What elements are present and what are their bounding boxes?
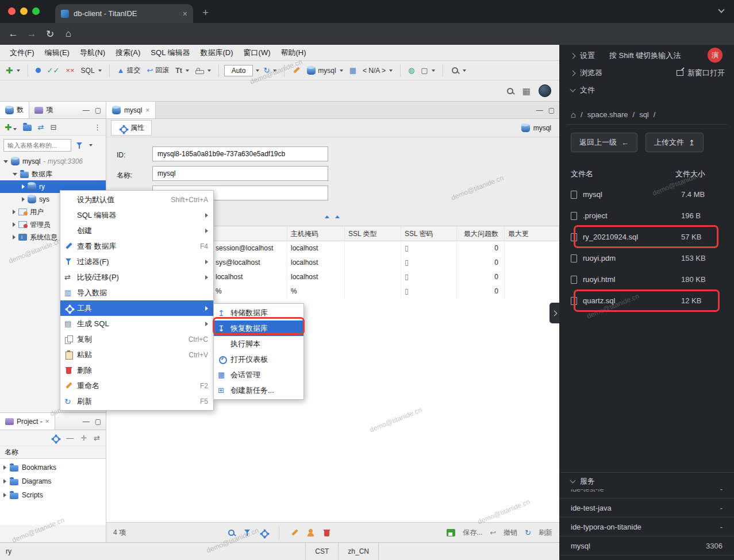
submenu-item-dump-database[interactable]: ↥ 转储数据库 [214, 305, 303, 320]
undo-icon[interactable]: ↩ [490, 529, 496, 536]
menu-item-generate-sql[interactable]: ▤ 生成 SQL [60, 316, 213, 331]
properties-tab[interactable]: 属性 [111, 120, 152, 136]
sync-selection-icon[interactable]: ⇄ [38, 123, 44, 132]
minimize-project-icon[interactable]: — [83, 418, 90, 426]
tree-node-databases[interactable]: 数据库 [0, 168, 106, 180]
menu-navigate[interactable]: 导航(N) [75, 48, 110, 58]
refresh-label[interactable]: 刷新 [539, 528, 552, 538]
sidebar-section-files[interactable]: 文件 [559, 82, 734, 99]
home-icon[interactable]: ⌂ [571, 110, 576, 119]
zoom-window-button[interactable] [32, 7, 40, 15]
menu-database[interactable]: 数据库(D) [195, 48, 239, 58]
window-layout-dropdown[interactable]: ▢ [418, 65, 437, 76]
commit-mode-icon[interactable]: ✓✓ [45, 65, 62, 76]
col-ssl-type[interactable]: SSL 类型 [345, 226, 401, 241]
menu-item-view-database[interactable]: 查看 数据库F4 [60, 238, 213, 254]
menu-item-copy[interactable]: 复制Ctrl+C [60, 331, 213, 347]
back-icon[interactable]: ← [6, 28, 21, 40]
collapse-all-icon[interactable]: ⊟ [50, 123, 56, 132]
rollback-mode-icon[interactable]: ×× [63, 65, 76, 76]
connection-pin-icon[interactable] [33, 66, 43, 75]
home-icon[interactable]: ⌂ [61, 28, 76, 40]
reload-icon[interactable]: ↻ [43, 28, 57, 40]
browser-tab[interactable]: db-client - TitanIDE × [55, 4, 193, 23]
open-new-window-button[interactable]: 新窗口打开 [677, 68, 725, 78]
menu-item-filter[interactable]: 过滤器(F) [60, 254, 213, 269]
file-row-ruoyi-html[interactable]: ruoyi.html180 KB [559, 269, 734, 290]
refresh-icon[interactable]: ↻ [525, 529, 531, 536]
menu-sql-editor[interactable]: SQL 编辑器 [145, 48, 195, 58]
table-filter-input[interactable] [3, 139, 71, 152]
minimize-panel-icon[interactable]: — [83, 106, 90, 114]
auto-commit-caret[interactable] [256, 69, 259, 72]
editor-tab-mysql[interactable]: mysql × [106, 102, 156, 118]
quick-search-icon[interactable] [506, 87, 514, 95]
project-item-diagrams[interactable]: Diagrams [0, 474, 106, 488]
transaction-mode-dropdown[interactable]: Tt [173, 65, 191, 76]
add-user-icon[interactable] [306, 528, 315, 537]
maximize-panel-icon[interactable]: ▢ [95, 106, 101, 114]
menu-file[interactable]: 文件(F) [5, 48, 40, 58]
edit-connection-icon[interactable] [290, 64, 303, 76]
rollback-button[interactable]: ↩回滚 [144, 64, 171, 77]
submenu-item-create-task[interactable]: ⊞ 创建新任务... [214, 383, 303, 398]
ime-badge[interactable]: 演 [708, 48, 723, 63]
filter-caret[interactable] [89, 144, 93, 146]
new-tab-button[interactable]: + [202, 6, 209, 19]
breadcrumb-sql[interactable]: sql [639, 110, 649, 119]
menu-item-paste[interactable]: 粘贴Ctrl+V [60, 347, 213, 362]
editor-tab-close-icon[interactable]: × [145, 106, 149, 114]
perspective-icon[interactable]: ▦ [522, 87, 531, 95]
section-collapse-arrows[interactable] [325, 215, 340, 218]
menu-item-refresh[interactable]: ↻ 刷新F5 [60, 393, 213, 409]
menu-item-set-default[interactable]: 设为默认值Shift+Ctrl+A [60, 192, 213, 207]
panel-collapse-handle[interactable] [549, 303, 559, 323]
readonly-lock-dropdown[interactable] [193, 65, 213, 76]
project-settings-gear-icon[interactable] [51, 434, 59, 442]
commit-button[interactable]: ▲提交 [115, 64, 143, 77]
project-tab-close-icon[interactable]: × [45, 418, 49, 426]
filter-funnel-icon[interactable] [75, 141, 84, 150]
id-field[interactable] [152, 146, 328, 161]
save-icon[interactable] [447, 529, 455, 536]
name-field[interactable] [152, 166, 328, 181]
grid-search-icon[interactable] [227, 528, 236, 537]
new-folder-icon[interactable] [23, 125, 32, 131]
undo-label[interactable]: 撤销 [504, 528, 517, 538]
collapse-icon[interactable]: — [66, 434, 74, 442]
expand-icon[interactable]: ✛ [80, 434, 87, 442]
connection-selector[interactable]: mysql [305, 65, 345, 76]
tab-projects[interactable]: 项 [29, 102, 58, 118]
submenu-item-open-dashboard[interactable]: 打开仪表板 [214, 352, 303, 367]
upload-file-button[interactable]: 上传文件↥ [645, 133, 704, 152]
menu-search[interactable]: 搜索(A) [110, 48, 145, 58]
minimize-editor-icon[interactable]: — [536, 106, 543, 114]
menu-item-import-data[interactable]: ▥ 导入数据 [60, 285, 213, 300]
connection-badge[interactable]: mysql [521, 124, 555, 132]
add-connection-icon[interactable]: ✚ [5, 123, 17, 132]
maximize-project-icon[interactable]: ▢ [95, 418, 101, 426]
view-menu-kebab-icon[interactable]: ⋮ [94, 123, 101, 132]
tab-close-icon[interactable]: × [183, 9, 187, 18]
menu-edit[interactable]: 编辑(E) [40, 48, 75, 58]
file-row-mysql[interactable]: mysql7.4 MB [559, 184, 734, 205]
col-host-mask[interactable]: 主机掩码 [287, 226, 345, 241]
new-connection-button[interactable]: ✚ [3, 64, 22, 76]
edit-row-icon[interactable] [290, 528, 299, 537]
tab-search-chevron-icon[interactable] [718, 6, 724, 13]
close-window-button[interactable] [8, 7, 16, 15]
grid-filter-icon[interactable] [243, 528, 252, 537]
menu-window[interactable]: 窗口(W) [239, 48, 276, 58]
sql-dropdown[interactable]: SQL [79, 65, 104, 76]
menu-item-delete[interactable]: 删除 [60, 362, 213, 378]
tree-node-connection[interactable]: mysql- mysql:3306 [0, 155, 106, 168]
toolbar-search-icon[interactable] [448, 64, 468, 76]
save-label[interactable]: 保存... [463, 528, 482, 538]
maximize-editor-icon[interactable]: ▢ [548, 106, 555, 114]
breadcrumb-space-share[interactable]: space.share [587, 110, 628, 119]
catalog-grid-icon[interactable]: ▦ [347, 65, 359, 76]
sidebar-section-services[interactable]: 服务 [559, 472, 734, 489]
project-tab[interactable]: Project - × [0, 413, 55, 430]
file-row-project[interactable]: .project196 B [559, 205, 734, 226]
file-row-ruoyi-pdm[interactable]: ruoyi.pdm153 KB [559, 248, 734, 269]
